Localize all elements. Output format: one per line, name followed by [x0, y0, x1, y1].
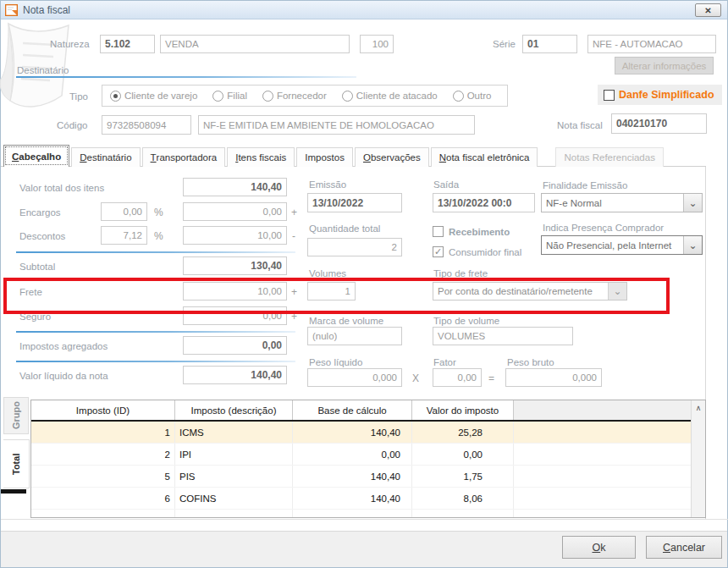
descontos-op: -	[292, 230, 295, 242]
radio-icon	[453, 91, 464, 102]
table-row[interactable]: 2 IPI 0,00 0,00	[31, 444, 705, 466]
tab-notas-referenciadas: Notas Referenciadas	[555, 147, 663, 167]
emissao-field[interactable]: 13/10/2022	[307, 193, 402, 212]
encargos-pct-field[interactable]: 0,00	[101, 202, 147, 221]
col-imposto-id[interactable]: Imposto (ID)	[31, 400, 175, 420]
subtotal-divider	[16, 251, 295, 253]
equals-symbol: =	[488, 372, 494, 384]
nota-fiscal-icon	[5, 4, 18, 16]
recebimento-checkbox[interactable]	[433, 226, 444, 237]
natureza-label: Natureza	[50, 39, 90, 49]
descontos-pct-field[interactable]: 7,12	[101, 226, 147, 245]
consumidor-final-checkbox[interactable]: ✓	[433, 246, 444, 257]
col-valor-imposto[interactable]: Valor do imposto	[412, 400, 514, 420]
fator-field[interactable]: 0,00	[433, 368, 482, 387]
danfe-label: Danfe Simplificado	[619, 89, 714, 101]
radio-outro[interactable]: Outro	[453, 91, 492, 102]
mult-symbol: X	[412, 372, 419, 384]
natureza-desc-field[interactable]: VENDA	[160, 35, 350, 53]
presenca-dropdown[interactable]: Não Presencial, pela Internet ⌄	[541, 235, 703, 255]
title-bar[interactable]: Nota fiscal	[1, 1, 727, 19]
nota-fiscal-dialog: Nota fiscal ✕ Natureza 5.102 VENDA 100 S…	[0, 0, 728, 568]
tipo-volume-field[interactable]: VOLUMES	[433, 327, 573, 345]
presenca-label: Indica Presença Comprador	[543, 223, 664, 233]
tab-destinatario[interactable]: Destinatário	[71, 147, 140, 167]
consumidor-final-label: Consumidor final	[449, 247, 521, 257]
alterar-informacoes-button[interactable]: Alterar informações	[615, 57, 714, 74]
natureza-num-field[interactable]: 100	[360, 35, 394, 53]
descontos-value-field[interactable]: 10,00	[183, 226, 287, 245]
radio-cliente-de-atacado[interactable]: Cliente de atacado	[342, 91, 438, 102]
col-imposto-descricao[interactable]: Imposto (descrição)	[175, 400, 293, 420]
saida-field[interactable]: 13/10/2022 00:0	[433, 193, 535, 212]
codigo-desc-field[interactable]: NF-E EMITIDA EM AMBIENTE DE HOMOLOGACAO	[198, 115, 475, 135]
impostos-divider	[16, 331, 295, 333]
subtotal-label: Subtotal	[19, 262, 55, 272]
ok-button[interactable]: Ok	[562, 536, 636, 559]
tipo-volume-label: Tipo de volume	[433, 316, 499, 326]
fator-label: Fator	[433, 357, 456, 367]
codigo-label: Código	[57, 120, 87, 130]
subtotal-field[interactable]: 130,40	[183, 256, 287, 275]
destinatario-group-label: Destinatário	[17, 65, 69, 75]
peso-bruto-label: Peso bruto	[507, 357, 554, 367]
impostos-agregados-field[interactable]: 0,00	[183, 336, 287, 355]
radio-cliente-de-varejo[interactable]: Cliente de varejo	[110, 91, 197, 102]
radio-icon	[212, 91, 223, 102]
natureza-code-field[interactable]: 5.102	[100, 35, 155, 53]
window-title: Nota fiscal	[23, 4, 70, 16]
tab-cabecalho[interactable]: Cabeçalho	[3, 145, 69, 167]
tipo-label: Tipo	[69, 91, 88, 102]
side-tab-grupo[interactable]: Grupo	[3, 397, 29, 434]
col-base-calculo[interactable]: Base de cálculo	[293, 400, 412, 420]
table-row[interactable]: 42 FECP 56,70 1,13	[31, 510, 705, 518]
cancel-button[interactable]: Cancelar	[646, 536, 722, 559]
serie-label: Série	[493, 39, 516, 49]
tab-itens-fiscais[interactable]: Itens fiscais	[227, 147, 295, 167]
serie-field[interactable]: 01	[522, 35, 577, 53]
check-icon: ✓	[434, 246, 442, 257]
impostos-table: Imposto (ID) Imposto (descrição) Base de…	[30, 400, 706, 518]
radio-icon	[262, 91, 273, 102]
tab-transportadora[interactable]: Transportadora	[142, 147, 226, 167]
quantidade-label: Quantidade total	[309, 223, 380, 234]
peso-liquido-label: Peso líquido	[309, 357, 362, 367]
valor-total-field[interactable]: 140,40	[183, 178, 287, 196]
descontos-label: Descontos	[19, 231, 65, 241]
tab-impostos[interactable]: Impostos	[296, 147, 353, 167]
table-row[interactable]: 1 ICMS 140,40 25,28	[31, 422, 705, 444]
encargos-label: Encargos	[19, 207, 61, 218]
valor-liquido-field[interactable]: 140,40	[183, 366, 287, 384]
finalidade-dropdown[interactable]: NF-e Normal ⌄	[541, 193, 703, 212]
encargos-op: +	[291, 207, 297, 218]
side-tab-total[interactable]: Total	[3, 439, 30, 488]
nota-fiscal-number-field[interactable]: 040210170	[611, 113, 707, 134]
tab-observacoes[interactable]: Observações	[355, 147, 429, 167]
valor-liquido-label: Valor líquido da nota	[19, 371, 108, 381]
codigo-field[interactable]: 97328508094	[102, 115, 191, 135]
marca-volume-field[interactable]: (nulo)	[307, 327, 402, 345]
table-scrollbar[interactable]: ∧	[691, 400, 705, 517]
table-row[interactable]: 6 COFINS 140,40 8,06	[31, 488, 705, 510]
danfe-checkbox[interactable]	[604, 90, 615, 101]
valor-total-label: Valor total dos itens	[19, 183, 104, 193]
danfe-simplificado-option: Danfe Simplificado	[598, 85, 722, 105]
tab-nota-fiscal-eletronica[interactable]: Nota fiscal eletrônica	[431, 147, 538, 167]
chevron-down-icon: ⌄	[683, 194, 702, 212]
tab-strip: Cabeçalho Destinatário Transportadora It…	[3, 145, 665, 167]
peso-liquido-field[interactable]: 0,000	[307, 368, 402, 387]
recebimento-label: Recebimento	[449, 227, 510, 237]
radio-filial[interactable]: Filial	[212, 91, 247, 102]
serie-desc-field[interactable]: NFE - AUTOMACAO	[587, 35, 716, 53]
table-row[interactable]: 5 PIS 140,40 1,75	[31, 466, 705, 488]
descontos-pct-symbol: %	[154, 230, 163, 242]
close-button[interactable]: ✕	[695, 3, 721, 17]
side-tab-marker	[1, 489, 26, 494]
radio-icon	[342, 91, 353, 102]
peso-bruto-field[interactable]: 0,000	[505, 368, 602, 387]
encargos-value-field[interactable]: 0,00	[183, 202, 287, 221]
scroll-up-icon[interactable]: ∧	[692, 400, 705, 415]
radio-icon	[110, 91, 121, 102]
quantidade-field[interactable]: 2	[307, 238, 402, 256]
radio-fornecedor[interactable]: Fornecedor	[262, 91, 327, 102]
